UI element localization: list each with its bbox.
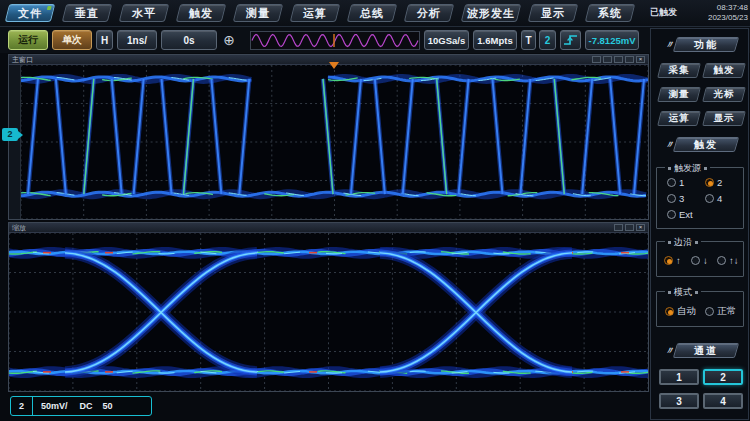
source-radio-2[interactable]: 2	[705, 177, 722, 188]
edge-radio-rising[interactable]: ↑	[664, 255, 681, 266]
source-radio-3[interactable]: 3	[667, 193, 684, 204]
zoom-icon[interactable]: ⊕	[220, 31, 238, 49]
oscilloscope-screen: 文件 垂直 水平 触发 测量 运算 总线 分析 波形发生 显示 系统 已触发 0…	[0, 0, 750, 421]
h-indicator: H	[96, 30, 113, 50]
channel-button-3[interactable]: 3	[659, 393, 699, 409]
channel-button-2[interactable]: 2	[703, 369, 743, 385]
trigger-edge-button[interactable]	[560, 30, 581, 50]
date: 2023/05/23	[698, 13, 748, 23]
sample-rate: 10GSa/s	[424, 30, 469, 50]
main-waveform-window: 主窗口 ×	[8, 54, 649, 220]
menu-measure[interactable]: 测量	[235, 4, 281, 22]
badge-scale: 50mV/	[41, 401, 68, 411]
zoom-window: 缩放 ×	[8, 222, 649, 392]
h-offset-button[interactable]: 0s	[161, 30, 217, 50]
channel-button-4[interactable]: 4	[703, 393, 743, 409]
source-radio-ext[interactable]: Ext	[667, 209, 693, 220]
rising-edge-icon	[563, 33, 579, 47]
run-button[interactable]: 运行	[8, 30, 48, 50]
menu-file[interactable]: 文件	[7, 4, 53, 22]
preview-sine-icon	[251, 32, 419, 49]
source-radio-1[interactable]: 1	[667, 177, 684, 188]
sidebar-button-acquire[interactable]: 采集	[659, 63, 699, 78]
clock: 08:37:48 2023/05/23	[698, 3, 748, 23]
sidebar-button-measure[interactable]: 测量	[659, 87, 699, 102]
mode-radio-normal[interactable]: 正常	[705, 305, 736, 318]
timebase-button[interactable]: 1ns/	[117, 30, 157, 50]
window-control-icon[interactable]	[614, 224, 623, 231]
function-header[interactable]: 〃 功能	[675, 37, 737, 52]
window-control-icon[interactable]	[625, 224, 634, 231]
trigger-source-indicator[interactable]: 2	[539, 30, 556, 50]
edge-radio-both[interactable]: ↑↓	[717, 255, 739, 266]
t-indicator: T	[521, 30, 536, 50]
zoom-window-controls: ×	[614, 224, 645, 231]
channel-button-1[interactable]: 1	[659, 369, 699, 385]
sidebar-panel: 〃 功能 采集 触发 测量 光标 运算 显示 〃 触发 触发源 1 2 3 4 …	[650, 28, 749, 420]
single-button[interactable]: 单次	[52, 30, 92, 50]
zoom-window-title: 缩放	[12, 224, 26, 232]
edge-radio-falling[interactable]: ↓	[691, 255, 708, 266]
window-control-icon[interactable]	[625, 56, 634, 63]
source-radio-4[interactable]: 4	[705, 193, 722, 204]
main-window-controls: ×	[592, 56, 645, 63]
main-window-title: 主窗口	[12, 56, 33, 64]
edge-group: 边沿 ↑ ↓ ↑↓	[656, 241, 744, 277]
eye-diagram-canvas[interactable]	[9, 233, 648, 391]
menu-analyze[interactable]: 分析	[406, 4, 452, 22]
mode-label: 模式	[665, 286, 701, 299]
trigger-status: 已触发	[650, 6, 677, 19]
window-close-icon[interactable]: ×	[636, 56, 645, 63]
main-waveform-canvas[interactable]	[21, 65, 648, 219]
waveform-preview[interactable]	[250, 31, 420, 50]
main-plot-gutter	[9, 65, 21, 219]
memory-depth: 1.6Mpts	[473, 30, 517, 50]
badge-impedance: 50	[103, 401, 113, 411]
window-control-icon[interactable]	[603, 56, 612, 63]
channel-header[interactable]: 〃 通道	[675, 343, 737, 358]
trigger-source-label: 触发源	[665, 162, 710, 175]
time: 08:37:48	[698, 3, 748, 13]
menu-display[interactable]: 显示	[530, 4, 576, 22]
trigger-header[interactable]: 〃 触发	[675, 137, 737, 152]
toolbar: 运行 单次 H 1ns/ 0s ⊕ 10GSa/s 1.6Mpts T 2 -7…	[0, 27, 750, 53]
window-control-icon[interactable]	[614, 56, 623, 63]
menu-vertical[interactable]: 垂直	[64, 4, 110, 22]
menu-bar: 文件 垂直 水平 触发 测量 运算 总线 分析 波形发生 显示 系统	[0, 0, 750, 27]
menu-horizontal[interactable]: 水平	[121, 4, 167, 22]
badge-channel-number: 2	[11, 397, 33, 415]
window-close-icon[interactable]: ×	[636, 224, 645, 231]
channel2-status-badge[interactable]: 2 50mV/ DC 50	[10, 396, 152, 416]
menu-math[interactable]: 运算	[292, 4, 338, 22]
trigger-level[interactable]: -7.8125mV	[585, 30, 639, 50]
sidebar-button-trigger[interactable]: 触发	[704, 63, 744, 78]
mode-group: 模式 自动 正常	[656, 291, 744, 327]
zoom-window-titlebar[interactable]: 缩放 ×	[9, 223, 648, 233]
menu-bus[interactable]: 总线	[349, 4, 395, 22]
mode-radio-auto[interactable]: 自动	[665, 305, 696, 318]
badge-coupling: DC	[80, 401, 93, 411]
trigger-position-marker[interactable]	[329, 62, 339, 69]
trigger-source-group: 触发源 1 2 3 4 Ext	[656, 167, 744, 229]
menu-system[interactable]: 系统	[587, 4, 633, 22]
sidebar-button-math[interactable]: 运算	[659, 111, 699, 126]
window-control-icon[interactable]	[592, 56, 601, 63]
sidebar-button-cursor[interactable]: 光标	[704, 87, 744, 102]
menu-wavegen[interactable]: 波形发生	[463, 4, 519, 22]
sidebar-button-display[interactable]: 显示	[704, 111, 744, 126]
main-plot-area	[9, 65, 648, 219]
zoom-plot-area	[9, 233, 648, 391]
menu-trigger[interactable]: 触发	[178, 4, 224, 22]
channel2-level-marker[interactable]: 2	[2, 128, 18, 141]
edge-label: 边沿	[665, 236, 701, 249]
